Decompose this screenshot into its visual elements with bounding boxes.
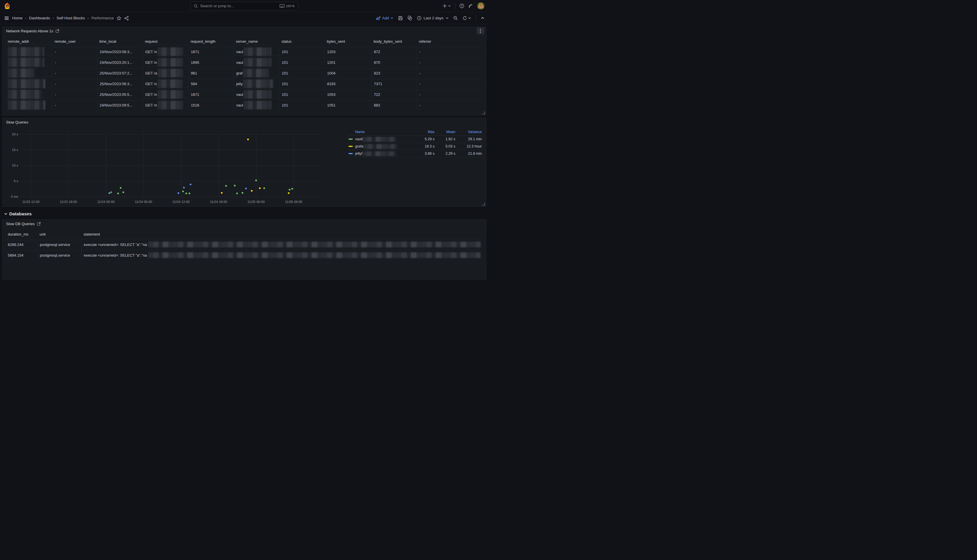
breadcrumb-dashboards[interactable]: Dashboards [29,16,50,20]
column-header-request_length[interactable]: request_length [188,37,233,46]
x-gridline [218,132,219,197]
data-point[interactable] [242,192,243,194]
column-header-time_local[interactable]: time_local [97,37,143,46]
series-color-swatch[interactable] [348,146,353,147]
data-point[interactable] [117,193,119,194]
network-requests-table: remote_addrremote_usertime_localrequestr… [5,37,483,110]
add-panel-button[interactable]: Add [376,16,393,20]
dashboard-settings-button[interactable] [407,16,412,20]
column-header-status[interactable]: status [279,37,325,46]
x-gridline [293,132,294,197]
data-point[interactable] [178,192,179,194]
panel-title[interactable]: Slow DB Queries [6,222,35,226]
data-point[interactable] [182,190,184,192]
table-cell: 101 [279,79,325,88]
data-point[interactable] [288,192,290,194]
data-point[interactable] [247,138,249,140]
data-point[interactable] [245,188,247,189]
legend-series-name[interactable]: jellyf [355,151,414,156]
y-axis-label: 15 s [5,148,18,152]
data-point[interactable] [225,185,227,187]
data-point[interactable] [255,180,257,181]
data-point[interactable] [190,183,192,185]
legend-max-value: 5.29 s [414,137,435,141]
save-dashboard-button[interactable] [398,16,403,20]
x-axis-label: 11/23 12:00 [22,200,40,203]
column-header-duration_ms[interactable]: duration_ms [5,230,37,239]
panel-menu-button[interactable] [477,27,484,34]
breadcrumb-home[interactable]: Home [12,16,23,20]
table-cell: 101 [279,100,325,110]
row-databases-toggle[interactable]: Databases [2,207,486,219]
search-input[interactable]: Search or jump to... ctrl+k [190,2,298,10]
breadcrumb: Home › Dashboards › Self Host Blocks › P… [12,16,114,20]
data-point[interactable] [221,192,223,194]
legend-header-max[interactable]: Max [414,130,435,134]
column-header-referrer[interactable]: referrer [417,37,483,46]
user-avatar[interactable] [477,2,484,10]
legend-series-name[interactable]: vault [355,137,414,142]
y-axis-label: 10 s [5,164,18,167]
x-gridline [256,132,257,197]
data-point[interactable] [289,189,290,190]
share-button[interactable] [124,16,129,20]
legend-header-name[interactable]: Name [355,130,414,134]
table-cell: 1695 [188,58,233,67]
legend-row: vault 5.29 s 1.92 s 29.1 min [348,136,482,143]
column-header-body_bytes_sent[interactable]: body_bytes_sent [371,37,417,46]
external-link-icon[interactable] [55,29,59,33]
table-row: -25/Nov/2023:07:2...GET /a961graf1011004… [5,68,483,78]
data-point[interactable] [251,190,253,192]
table-cell: 101 [279,47,325,56]
data-point[interactable] [110,192,112,193]
table-cell: 24/Nov/2023:09:5... [97,100,143,110]
data-point[interactable] [263,187,265,189]
mega-menu-toggle[interactable] [4,16,9,21]
table-cell: 101 [279,90,325,99]
column-header-unit[interactable]: unit [37,230,81,239]
data-point[interactable] [185,193,187,194]
column-header-remote_user[interactable]: remote_user [52,37,97,46]
legend-mean-value: 2.29 s [435,152,455,156]
table-cell: 584 [188,79,233,88]
favorite-star-button[interactable] [117,16,121,20]
grafana-logo[interactable] [4,2,10,10]
table-cell: - [52,90,97,99]
help-button[interactable] [459,3,464,8]
panel-title[interactable]: Network Requests Above 1s [6,29,53,33]
search-placeholder: Search or jump to... [200,4,277,8]
data-point[interactable] [183,187,185,188]
time-range-picker[interactable]: Last 2 days [417,16,448,20]
y-gridline [20,165,322,166]
data-point[interactable] [122,192,124,193]
data-point[interactable] [188,193,190,194]
column-header-bytes_sent[interactable]: bytes_sent [325,37,371,46]
series-color-swatch[interactable] [348,153,353,154]
breadcrumb-folder[interactable]: Self Host Blocks [57,16,85,20]
legend-header-mean[interactable]: Mean [435,130,455,134]
series-color-swatch[interactable] [348,138,353,140]
column-header-statement[interactable]: statement [81,230,483,239]
data-point[interactable] [291,188,293,190]
table-cell: execute <unnamed>: SELECT "a"."na [81,239,483,250]
legend-header-variance[interactable]: Variance [455,130,482,134]
slow-queries-chart[interactable]: 0 ms5 s10 s15 s20 s11/23 12:0011/23 18:0… [5,131,326,207]
redacted-block [158,47,183,56]
data-point[interactable] [120,187,122,189]
legend-series-name[interactable]: grafa [355,144,414,149]
data-point[interactable] [259,187,261,189]
y-axis-label: 5 s [5,179,18,183]
data-point[interactable] [108,192,110,194]
legend-row: jellyf 3.88 s 2.29 s 21.8 min [348,150,482,157]
new-menu-button[interactable] [443,4,451,8]
redacted-block [8,68,34,78]
legend-max-value: 3.88 s [414,152,435,156]
refresh-button[interactable] [462,16,471,20]
external-link-icon[interactable] [37,222,41,226]
data-point[interactable] [234,185,235,187]
panel-title[interactable]: Slow Queries [6,120,28,124]
collapse-toolbar-button[interactable] [481,16,484,20]
data-point[interactable] [236,193,238,194]
zoom-out-time-button[interactable] [453,16,458,20]
news-icon[interactable] [468,3,473,8]
